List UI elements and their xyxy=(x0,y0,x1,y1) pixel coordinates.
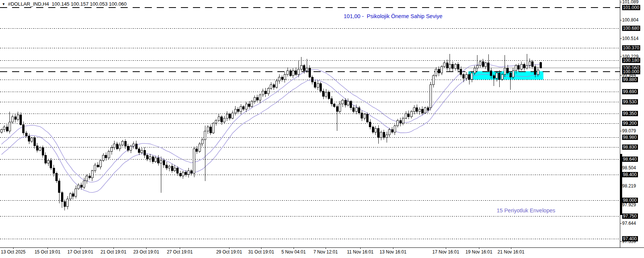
candle-body xyxy=(256,98,258,100)
candle-body xyxy=(278,77,280,81)
symbol-dropdown-icon[interactable]: ▼ xyxy=(2,2,5,6)
candle-body xyxy=(342,100,344,104)
candle-body xyxy=(273,84,275,87)
candle-body xyxy=(67,199,69,207)
plot-area[interactable] xyxy=(0,0,644,258)
candle-body xyxy=(182,172,184,176)
candle-body xyxy=(234,109,236,113)
time-label: 21 Nov 16:01 xyxy=(497,249,524,255)
candle-body xyxy=(408,114,410,117)
candle-body xyxy=(306,68,308,71)
candle-body xyxy=(130,146,132,150)
candle-body xyxy=(389,130,390,135)
time-label: 17 Nov 16:01 xyxy=(432,249,459,255)
price-tick-label: 100.804 xyxy=(622,17,638,23)
candle-body xyxy=(496,73,498,78)
candle-body xyxy=(69,194,71,199)
candle-body xyxy=(369,122,371,127)
price-tick-label: 99.079 xyxy=(622,128,636,134)
price-level-label: 99.350 xyxy=(622,111,638,116)
candle-body xyxy=(58,181,60,193)
price-level-label: 98.400 xyxy=(622,172,638,177)
price-tick-label: 101.089 xyxy=(622,0,638,5)
candle-body xyxy=(61,193,63,202)
candle-body xyxy=(232,113,234,118)
candle-body xyxy=(108,152,110,158)
price-level-label: 98.980 xyxy=(622,135,638,140)
candle-body xyxy=(416,108,418,112)
candle-body xyxy=(31,138,33,141)
candle-body xyxy=(179,173,181,176)
candle-body xyxy=(265,91,266,94)
time-axis[interactable]: 13 Oct 202515 Oct 19:0117 Oct 19:0121 Oc… xyxy=(0,249,644,258)
price-tick-label: 97.644 xyxy=(622,221,636,226)
price-level-label: 100.680 xyxy=(622,26,640,31)
price-axis[interactable]: 101.089100.804100.514100.22999.94499.079… xyxy=(620,0,644,247)
price-tick-label: 98.504 xyxy=(622,165,636,170)
candle-body xyxy=(47,160,49,163)
price-level-label: 100.370 xyxy=(622,45,640,51)
candle-body xyxy=(229,114,231,118)
candle-body xyxy=(3,127,5,130)
candle-body xyxy=(20,115,22,125)
candle-body xyxy=(122,141,124,145)
candle-body xyxy=(537,70,539,74)
candle-body xyxy=(479,61,481,65)
time-label: 15 Oct 19:01 xyxy=(35,249,61,255)
time-label: 23 Oct 19:01 xyxy=(133,249,159,255)
candle-body xyxy=(485,63,486,67)
candle-body xyxy=(482,61,484,67)
candle-body xyxy=(119,145,121,149)
candle-body xyxy=(523,64,525,68)
candle-body xyxy=(444,63,445,67)
candle-body xyxy=(218,117,220,121)
candle-body xyxy=(86,176,88,181)
candle-body xyxy=(449,64,451,68)
candle-body xyxy=(262,91,264,95)
candle-body xyxy=(289,71,291,76)
candle-body xyxy=(303,65,305,71)
candle-body xyxy=(199,144,200,151)
candle-body xyxy=(328,92,330,99)
candle-body xyxy=(72,194,74,197)
candle-body xyxy=(281,77,283,80)
candle-body xyxy=(501,74,503,80)
candle-body xyxy=(366,114,368,122)
candle-body xyxy=(113,144,115,147)
candle-body xyxy=(421,109,423,113)
candle-body xyxy=(177,168,179,174)
candle-body xyxy=(204,131,206,140)
price-level-label: 101.000 xyxy=(622,5,640,10)
candle-body xyxy=(402,118,404,123)
candle-body xyxy=(141,150,143,153)
candle-body xyxy=(344,100,346,105)
price-level-label: 98.830 xyxy=(622,144,638,150)
candle-body xyxy=(463,74,465,78)
candle-body xyxy=(419,109,421,112)
candle-body xyxy=(251,101,253,107)
candle-body xyxy=(320,83,321,91)
candle-body xyxy=(102,155,104,161)
time-label: 11 Nov 16:01 xyxy=(347,249,374,255)
candle-body xyxy=(196,149,198,152)
candle-body xyxy=(28,136,30,141)
candle-body xyxy=(534,67,536,74)
candle-body xyxy=(529,61,531,65)
candle-body xyxy=(454,64,456,69)
candle-body xyxy=(287,71,289,74)
candle-body xyxy=(133,144,135,146)
candle-body xyxy=(438,69,440,73)
time-label: 21 Oct 19:01 xyxy=(101,249,127,255)
candle-body xyxy=(333,104,335,107)
candle-body xyxy=(190,171,192,174)
candle-body xyxy=(378,128,379,137)
candle-body xyxy=(152,157,154,162)
candle-body xyxy=(372,127,374,132)
price-level-label: 99.880 xyxy=(622,77,638,82)
candle-body xyxy=(300,65,302,69)
candle-body xyxy=(465,74,467,78)
candle-body xyxy=(160,160,162,163)
price-level-label: 100.000 xyxy=(622,69,640,74)
candle-body xyxy=(430,84,431,108)
candle-body xyxy=(399,121,401,123)
